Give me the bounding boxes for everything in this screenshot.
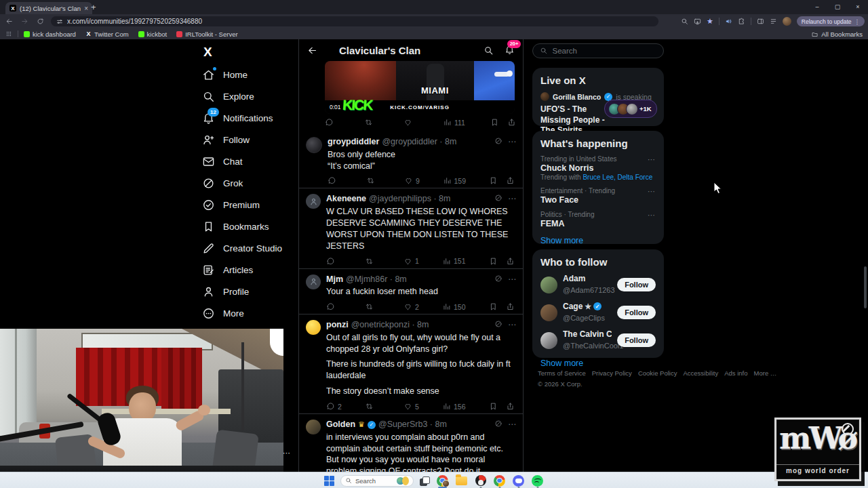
scrollbar-thumb[interactable] (864, 266, 867, 308)
audio-playing-icon[interactable] (725, 18, 732, 25)
bookmark-star-icon[interactable]: ★ (707, 17, 713, 26)
more-icon[interactable]: ⋯ (508, 194, 516, 203)
action-reply[interactable] (326, 257, 365, 266)
follow-suggestion[interactable]: Adam@Adam671263Follow (540, 274, 656, 296)
action-views[interactable]: 159 (443, 176, 481, 185)
footer-link[interactable]: Accessibility (683, 369, 718, 377)
grok-icon[interactable] (494, 137, 502, 145)
community-notifications[interactable]: 20+ (505, 45, 515, 56)
follow-suggestion[interactable]: The Calvin Coolidge…✓@TheCalvinCool1Foll… (540, 329, 656, 351)
bookmark-item[interactable]: kickbot (138, 30, 167, 38)
all-bookmarks[interactable]: All Bookmarks (812, 30, 863, 38)
bookmark-item[interactable]: IRLToolkit - Server (176, 30, 237, 38)
close-button[interactable]: × (848, 0, 868, 14)
sidebar-item-bookmarks[interactable]: Bookmarks (201, 216, 310, 237)
grok-icon[interactable] (494, 274, 502, 283)
address-bar[interactable]: x.com/i/communities/1992797520259346880 (51, 16, 658, 26)
action-bookmark[interactable] (489, 302, 498, 311)
action-repost[interactable] (365, 402, 403, 411)
action-share[interactable] (506, 402, 515, 411)
action-views[interactable]: 150 (442, 302, 481, 311)
reload-icon[interactable] (37, 18, 44, 25)
action-repost[interactable] (365, 302, 403, 311)
start-button[interactable] (324, 476, 334, 486)
footer-link[interactable]: Cookie Policy (638, 369, 677, 377)
sidebar-item-more[interactable]: More (201, 302, 310, 324)
action-bookmark[interactable] (489, 257, 498, 266)
follow-button[interactable]: Follow (617, 333, 656, 347)
grok-icon[interactable] (494, 194, 502, 202)
more-icon[interactable]: ⋯ (648, 211, 656, 220)
grok-icon[interactable] (494, 320, 502, 328)
action-like[interactable]: 9 (404, 176, 443, 185)
spotify-icon[interactable] (531, 474, 544, 488)
action-bookmark[interactable] (489, 402, 498, 411)
action-share[interactable] (507, 118, 516, 127)
bookmark-item[interactable]: kick dashboard (24, 30, 76, 38)
action-like[interactable]: 2 (403, 302, 442, 311)
footer-link[interactable]: Terms of Service (538, 369, 586, 377)
more-icon[interactable]: ⋯ (508, 320, 516, 329)
follow-button[interactable]: Follow (617, 278, 656, 291)
stream-video-overlay[interactable] (0, 329, 283, 483)
action-share[interactable] (506, 257, 515, 266)
new-tab-button[interactable]: + (91, 2, 96, 13)
action-reply[interactable] (326, 302, 365, 311)
live-listeners-pill[interactable]: +1K (604, 100, 657, 118)
more-icon[interactable]: ⋯ (648, 155, 656, 164)
post[interactable]: ⋯Golden♛✓@SuperSrb3 · 8min interviews yo… (299, 413, 523, 472)
action-reply[interactable] (325, 118, 364, 127)
sidebar-item-creator-studio[interactable]: Creator Studio (201, 237, 310, 259)
sidebar-search[interactable]: Search (532, 43, 664, 58)
action-like[interactable] (403, 118, 443, 127)
sidebar-item-home[interactable]: Home (201, 64, 310, 85)
chrome-app-icon[interactable] (493, 474, 506, 488)
action-like[interactable]: 1 (403, 257, 442, 266)
tab-close-icon[interactable]: × (84, 5, 88, 12)
action-like[interactable]: 5 (403, 402, 442, 411)
post[interactable]: ⋯Mjm@Mjmh86r · 8mYour a fuckin loser met… (299, 268, 523, 314)
more-icon[interactable]: ⋯ (648, 187, 656, 196)
trend-item[interactable]: Trending in United StatesChuck NorrisTre… (540, 155, 656, 181)
back-arrow-icon[interactable] (307, 45, 317, 56)
maximize-button[interactable]: ▢ (827, 0, 848, 14)
action-bookmark[interactable] (490, 118, 499, 127)
site-settings-icon[interactable] (56, 18, 63, 25)
discord-icon[interactable] (512, 474, 525, 488)
follow-suggestion[interactable]: Cage★✓@CageClipsFollow (540, 302, 656, 323)
browser-tab[interactable]: X (12) Clavicular's Clan Communi × (5, 2, 92, 14)
follow-button[interactable]: Follow (617, 306, 656, 319)
more-icon[interactable]: ⋯ (508, 274, 516, 284)
dark-red-app-icon[interactable] (474, 474, 487, 488)
sidebar-item-explore[interactable]: Explore (201, 85, 310, 107)
sidebar-item-notifications[interactable]: 12Notifications (201, 107, 310, 129)
file-explorer-icon[interactable] (455, 474, 468, 488)
sidebar-item-follow[interactable]: Follow (201, 129, 310, 150)
x-logo[interactable]: X (203, 45, 212, 60)
profile-avatar[interactable] (783, 17, 791, 26)
action-reply[interactable]: 2 (326, 402, 365, 411)
taskbar-search[interactable]: Search (340, 475, 414, 487)
extensions-icon[interactable] (738, 18, 745, 25)
apps-grid-icon[interactable] (5, 30, 12, 37)
task-view-icon[interactable] (420, 476, 430, 485)
action-views[interactable]: 111 (443, 118, 482, 127)
post[interactable]: ⋯ponzi@onetrickponzi · 8mOut of all girl… (299, 314, 523, 413)
post[interactable]: ⋯Akeneene@jaydenphilipps · 8mW CLAV UR B… (299, 188, 523, 268)
zoom-icon[interactable] (681, 18, 688, 25)
pip-drag-handle[interactable]: ⋯ (283, 449, 291, 458)
action-repost[interactable] (366, 176, 405, 185)
live-on-x-card[interactable]: Live on X Gorilla Blanco ✓ is speaking U… (532, 68, 664, 126)
reading-list-icon[interactable] (770, 18, 777, 25)
sidebar-item-chat[interactable]: Chat (201, 150, 310, 172)
trend-extra-links[interactable]: Bruce Lee, Delta Force (583, 174, 652, 181)
cast-icon[interactable] (694, 18, 701, 25)
side-panel-icon[interactable] (757, 18, 764, 25)
trend-item[interactable]: Entertainment · TrendingTwo Face⋯ (540, 187, 656, 205)
chrome-profile-app-icon[interactable] (436, 474, 449, 488)
action-bookmark[interactable] (489, 176, 498, 185)
sidebar-item-profile[interactable]: Profile (201, 281, 310, 302)
action-reply[interactable] (328, 176, 366, 185)
footer-link[interactable]: Privacy Policy (592, 369, 632, 377)
minimize-button[interactable]: – (807, 0, 827, 14)
